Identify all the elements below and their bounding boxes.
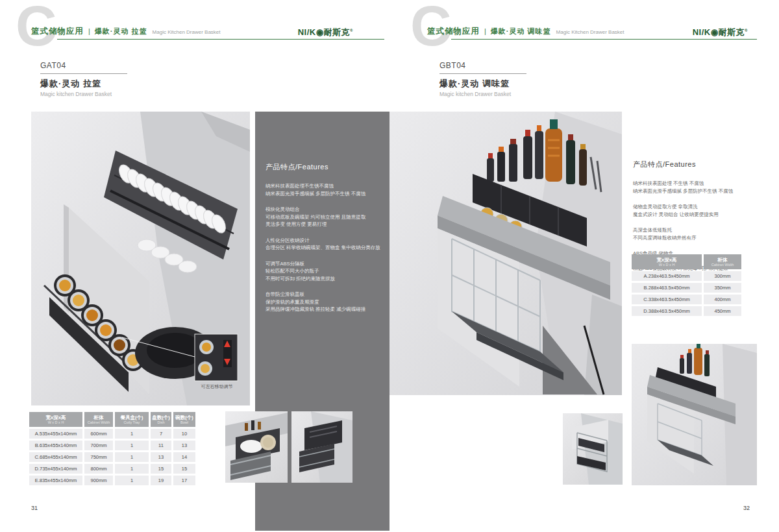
table-row: A.238x463.5x450mm 300mm xyxy=(632,271,743,281)
header-rule xyxy=(451,39,757,40)
page-number: 32 xyxy=(743,505,750,511)
main-product-photo xyxy=(390,112,622,395)
catalog-page-right: C 篮式储物应用 | 爆款·灵动 调味篮 Magic Kitchen Drawe… xyxy=(390,0,779,532)
table-header-cell: 宽x深x高W x D x H xyxy=(29,412,82,427)
detail-photo-large xyxy=(632,344,757,485)
feature-line: 采用品牌缓冲隐藏滑轨 推拉轻柔 减少碗碟碰撞 xyxy=(266,306,380,313)
table-row: E.835x455x140mm 900mm 1 19 17 xyxy=(29,476,197,485)
feature-line: 不同高度调味瓶收纳井然有序 xyxy=(633,234,769,242)
table-cell: 400mm xyxy=(704,295,741,304)
table-cell: B.288x463.5x450mm xyxy=(632,283,702,293)
table-cell: 1 xyxy=(115,429,149,439)
header-title-cn: 爆款·灵动 拉篮 xyxy=(95,27,147,36)
product-title-block: GBT04 爆款·灵动 调味篮 Magic kitchen Drawer Bas… xyxy=(439,61,526,97)
table-header-cell: 盘数(个)Dish xyxy=(151,412,171,427)
table-cell: C.338x463.5x450mm xyxy=(632,295,702,304)
table-cell: 700mm xyxy=(84,441,113,450)
header-divider: | xyxy=(88,27,90,35)
table-row: C.338x463.5x450mm 400mm xyxy=(632,295,743,304)
feature-line: 合理分区 科学收纳碗碟架、置物盒 集中收纳分类存放 xyxy=(266,244,380,252)
table-cell: D.388x463.5x450mm xyxy=(632,306,702,316)
table-cell: 15 xyxy=(151,464,171,474)
table-row: D.735x455x140mm 800mm 1 15 15 xyxy=(29,464,197,474)
table-cell: 750mm xyxy=(84,452,113,462)
header-category: 篮式储物应用 xyxy=(427,26,480,37)
table-row: C.685x455x140mm 750mm 1 13 14 xyxy=(29,452,197,462)
feature-line: 灵活多变 使用方便 更易打理 xyxy=(266,221,380,228)
table-cell: 11 xyxy=(151,441,171,450)
thumbnail-photo-2 xyxy=(291,411,352,483)
feature-line: 储物盒灵动提取方便 拿取清洗 xyxy=(633,203,769,211)
page-number: 31 xyxy=(31,505,38,511)
table-cell: 19 xyxy=(151,476,171,485)
table-header-cell: 宽x深x高W x D x H xyxy=(632,254,702,269)
adjustment-inset xyxy=(195,334,238,381)
product-name-cn: 爆款·灵动 拉篮 xyxy=(40,78,127,90)
feature-line: 模块化灵动组合 xyxy=(266,206,380,213)
table-cell: 7 xyxy=(151,429,171,439)
feature-line: 纳米表面光滑手感细腻 多层防护不生锈 不腐蚀 xyxy=(633,187,769,195)
callout-caption: 可左右移动调节 xyxy=(186,383,248,390)
product-name-cn: 爆款·灵动 调味篮 xyxy=(439,78,526,90)
table-cell: 1 xyxy=(115,452,149,462)
page-header: 篮式储物应用 | 爆款·灵动 拉篮 Magic Kitchen Drawer B… xyxy=(31,26,221,37)
header-title-cn: 爆款·灵动 调味篮 xyxy=(491,27,551,36)
table-cell: 1 xyxy=(115,464,149,474)
feature-line: 纳米科技表面处理 不生锈 不腐蚀 xyxy=(633,180,769,187)
table-header-cell: 餐具盒(个)Cutly Tray xyxy=(115,412,149,427)
feature-line: 可移动底板及碗碟架 均可独立使用 且随意提取 xyxy=(266,213,380,221)
feature-line: 轻松匹配不同大小的瓶子 xyxy=(266,267,380,275)
table-cell: 17 xyxy=(173,476,195,485)
table-cell: 300mm xyxy=(704,271,741,281)
table-cell: 1 xyxy=(115,476,149,485)
header-title-en: Magic Kitchen Drawer Basket xyxy=(556,29,624,35)
feature-line: 魔盒式设计 灵动组合 让收纳更便捷实用 xyxy=(633,211,769,219)
table-header-cell: 柜体Cabinet Width xyxy=(84,412,113,427)
table-row: B.288x463.5x450mm 350mm xyxy=(632,283,743,293)
thumbnail-photo-small xyxy=(563,413,623,485)
table-cell: 450mm xyxy=(704,306,741,316)
drawer-basket-illustration xyxy=(31,112,250,405)
spec-table: 宽x深x高W x D x H 柜体Cabinet Width A.238x463… xyxy=(632,254,743,318)
product-underline xyxy=(40,73,127,74)
feature-line: 可调节ABS分隔板 xyxy=(266,260,380,268)
product-name-en: Magic kitchen Drawer Basket xyxy=(439,91,526,97)
table-cell: 14 xyxy=(173,452,195,462)
table-header-cell: 碗数(个)Bowl xyxy=(173,412,195,427)
table-header-row: 宽x深x高W x D x H 柜体Cabinet Width 餐具盒(个)Cut… xyxy=(29,412,197,427)
header-title-en: Magic Kitchen Drawer Basket xyxy=(153,29,221,35)
table-header-cell: 柜体Cabinet Width xyxy=(704,254,741,269)
features-title: 产品特点/Features xyxy=(633,160,769,169)
table-cell: 13 xyxy=(173,441,195,450)
table-cell: 350mm xyxy=(704,283,741,293)
product-name-en: Magic kitchen Drawer Basket xyxy=(40,91,127,97)
table-cell: 15 xyxy=(173,464,195,474)
feature-line: 人性化分区收纳设计 xyxy=(266,237,380,245)
table-cell: 900mm xyxy=(84,476,113,485)
feature-line: 纳米科技表面处理不生锈不腐蚀 xyxy=(266,182,380,190)
spec-table: 宽x深x高W x D x H 柜体Cabinet Width 餐具盒(个)Cut… xyxy=(29,412,197,487)
catalog-page-left: C 篮式储物应用 | 爆款·灵动 拉篮 Magic Kitchen Drawer… xyxy=(0,0,390,532)
table-cell: A.238x463.5x450mm xyxy=(632,271,702,281)
features-title: 产品特点/Features xyxy=(266,162,380,172)
brand-logo: NI/K◉耐斯克® xyxy=(298,27,353,38)
brand-logo: NI/K◉耐斯克® xyxy=(693,27,748,38)
table-cell: E.835x455x140mm xyxy=(29,476,82,485)
table-row: D.388x463.5x450mm 450mm xyxy=(632,306,743,316)
table-cell: 600mm xyxy=(84,429,113,439)
table-cell: 800mm xyxy=(84,464,113,474)
table-row: B.635x455x140mm 700mm 1 11 13 xyxy=(29,441,197,450)
product-code: GAT04 xyxy=(40,61,127,70)
main-product-photo: 可左右移动调节 xyxy=(31,112,250,405)
table-header-row: 宽x深x高W x D x H 柜体Cabinet Width xyxy=(632,254,743,269)
feature-line: 自带防尘滑轨盖板 xyxy=(266,291,380,298)
table-cell: C.685x455x140mm xyxy=(29,452,82,462)
feature-line: 高深盒体低矮瓶托 xyxy=(633,226,769,234)
table-cell: 1 xyxy=(115,441,149,450)
spice-basket-illustration xyxy=(390,112,622,395)
header-category: 篮式储物应用 xyxy=(31,26,84,37)
feature-line: 保护滑轨的承重及顺滑度 xyxy=(266,298,380,306)
product-underline xyxy=(439,73,526,74)
product-title-block: GAT04 爆款·灵动 拉篮 Magic kitchen Drawer Bask… xyxy=(40,61,127,97)
table-cell: 10 xyxy=(173,429,195,439)
